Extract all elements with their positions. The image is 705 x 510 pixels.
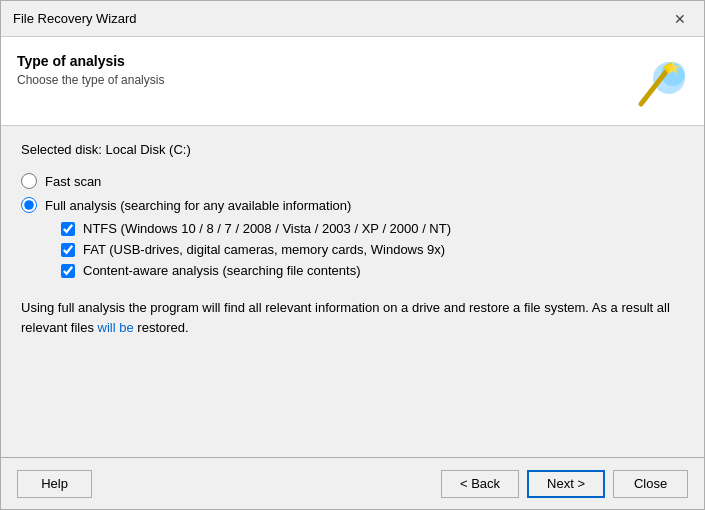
- content-aware-label: Content-aware analysis (searching file c…: [83, 263, 360, 278]
- footer-right: < Back Next > Close: [441, 470, 688, 498]
- header-section: Type of analysis Choose the type of anal…: [1, 37, 704, 126]
- radio-group: Fast scan Full analysis (searching for a…: [21, 173, 684, 278]
- fat-checkbox[interactable]: [61, 243, 75, 257]
- back-button[interactable]: < Back: [441, 470, 519, 498]
- dialog-window: File Recovery Wizard ✕ Type of analysis …: [0, 0, 705, 510]
- content-aware-option[interactable]: Content-aware analysis (searching file c…: [61, 263, 684, 278]
- ntfs-label: NTFS (Windows 10 / 8 / 7 / 2008 / Vista …: [83, 221, 451, 236]
- header-text: Type of analysis Choose the type of anal…: [17, 53, 164, 87]
- description-highlight: will be: [98, 320, 134, 335]
- footer: Help < Back Next > Close: [1, 457, 704, 509]
- ntfs-option[interactable]: NTFS (Windows 10 / 8 / 7 / 2008 / Vista …: [61, 221, 684, 236]
- dialog-content: Type of analysis Choose the type of anal…: [1, 37, 704, 457]
- title-bar: File Recovery Wizard ✕: [1, 1, 704, 37]
- fat-option[interactable]: FAT (USB-drives, digital cameras, memory…: [61, 242, 684, 257]
- wizard-icon: [628, 53, 688, 113]
- dialog-title: File Recovery Wizard: [13, 11, 137, 26]
- close-icon[interactable]: ✕: [668, 7, 692, 31]
- fast-scan-label: Fast scan: [45, 174, 101, 189]
- help-button[interactable]: Help: [17, 470, 92, 498]
- checkbox-group: NTFS (Windows 10 / 8 / 7 / 2008 / Vista …: [61, 221, 684, 278]
- header-subtitle: Choose the type of analysis: [17, 73, 164, 87]
- header-title: Type of analysis: [17, 53, 164, 69]
- fast-scan-option[interactable]: Fast scan: [21, 173, 684, 189]
- footer-left: Help: [17, 470, 92, 498]
- dialog-close-button[interactable]: Close: [613, 470, 688, 498]
- full-analysis-radio[interactable]: [21, 197, 37, 213]
- main-area: Selected disk: Local Disk (C:) Fast scan…: [1, 126, 704, 457]
- description-after: restored.: [134, 320, 189, 335]
- selected-disk-label: Selected disk: Local Disk (C:): [21, 142, 684, 157]
- full-analysis-label: Full analysis (searching for any availab…: [45, 198, 351, 213]
- next-button[interactable]: Next >: [527, 470, 605, 498]
- ntfs-checkbox[interactable]: [61, 222, 75, 236]
- content-aware-checkbox[interactable]: [61, 264, 75, 278]
- fat-label: FAT (USB-drives, digital cameras, memory…: [83, 242, 445, 257]
- fast-scan-radio[interactable]: [21, 173, 37, 189]
- full-analysis-option[interactable]: Full analysis (searching for any availab…: [21, 197, 684, 213]
- wand-svg: [631, 56, 686, 111]
- description-text: Using full analysis the program will fin…: [21, 298, 684, 337]
